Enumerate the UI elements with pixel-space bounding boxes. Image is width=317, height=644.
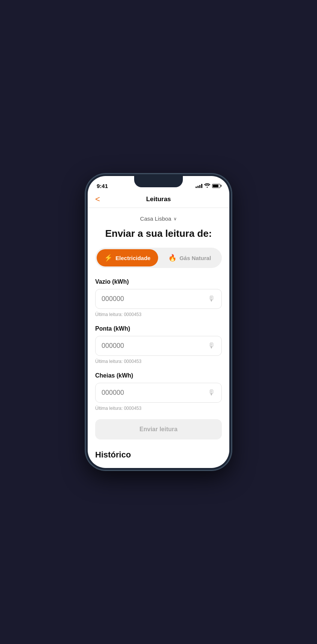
signal-icon (196, 184, 202, 188)
lightning-icon: ⚡ (104, 254, 112, 262)
phone-frame: 9:41 (85, 174, 232, 470)
page-title: Leituras (146, 196, 171, 203)
status-icons (196, 183, 220, 189)
chevron-down-icon: ∨ (173, 216, 177, 221)
tab-toggle: ⚡ Electricidade 🔥 Gás Natural (95, 248, 222, 268)
last-reading-vazio: Última leitura: 0000453 (95, 312, 222, 317)
last-reading-cheias: Última leitura: 0000453 (95, 406, 222, 411)
historico-title: Histórico (95, 450, 222, 460)
tab-gas[interactable]: 🔥 Gás Natural (159, 249, 220, 266)
status-time: 9:41 (97, 183, 108, 189)
input-wrapper-cheias: 🎙 (95, 383, 222, 403)
field-label-cheias: Cheias (kWh) (95, 372, 222, 379)
input-wrapper-ponta: 🎙 (95, 336, 222, 356)
tab-electricidade-label: Electricidade (115, 255, 150, 261)
last-reading-ponta: Última leitura: 0000453 (95, 359, 222, 364)
field-group-ponta: Ponta (kWh) 🎙 Última leitura: 0000453 (95, 325, 222, 364)
mic-icon-cheias[interactable]: 🎙 (208, 388, 215, 397)
main-title: Enviar a sua leitura de: (95, 228, 222, 239)
tab-electricidade[interactable]: ⚡ Electricidade (97, 249, 158, 266)
field-label-vazio: Vazio (kWh) (95, 278, 222, 285)
battery-icon (212, 184, 220, 188)
input-wrapper-vazio: 🎙 (95, 289, 222, 309)
submit-button[interactable]: Enviar leitura (95, 419, 222, 439)
header: < Leituras (88, 193, 229, 208)
wifi-icon (204, 183, 210, 189)
location-selector[interactable]: Casa Lisboa ∨ (95, 215, 222, 222)
back-button[interactable]: < (95, 195, 100, 203)
ponta-input[interactable] (102, 342, 208, 350)
vazio-input[interactable] (102, 295, 208, 303)
location-name: Casa Lisboa (140, 215, 171, 222)
phone-notch (134, 176, 183, 187)
mic-icon-vazio[interactable]: 🎙 (208, 295, 215, 303)
field-label-ponta: Ponta (kWh) (95, 325, 222, 332)
mic-icon-ponta[interactable]: 🎙 (208, 342, 215, 350)
phone-screen: 9:41 (88, 176, 229, 468)
field-group-cheias: Cheias (kWh) 🎙 Última leitura: 0000453 (95, 372, 222, 411)
main-content: Casa Lisboa ∨ Enviar a sua leitura de: ⚡… (88, 208, 229, 468)
flame-icon: 🔥 (168, 254, 176, 262)
cheias-input[interactable] (102, 389, 208, 397)
tab-gas-label: Gás Natural (179, 255, 211, 261)
field-group-vazio: Vazio (kWh) 🎙 Última leitura: 0000453 (95, 278, 222, 317)
